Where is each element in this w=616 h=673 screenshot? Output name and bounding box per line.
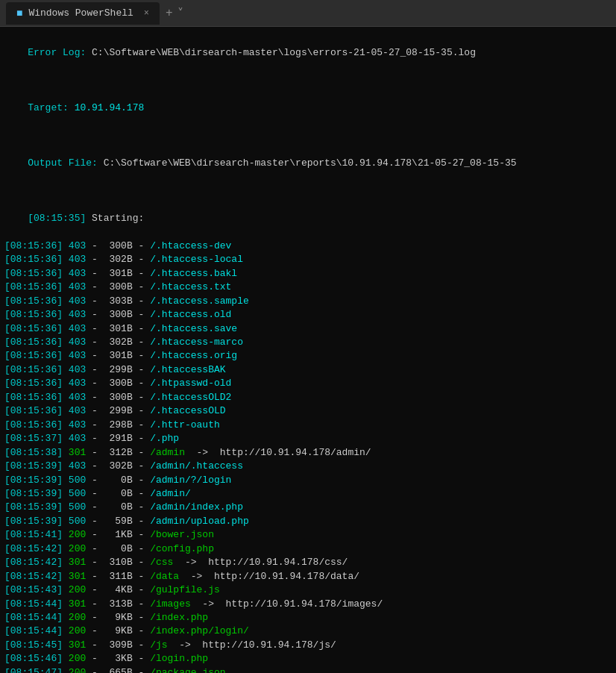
log-line: [08:15:36] 403 - 301B - /.htaccess.orig bbox=[4, 349, 612, 363]
tab-dropdown-button[interactable]: ˅ bbox=[177, 6, 183, 21]
starting-line: [08:15:35] Starting: bbox=[4, 198, 612, 239]
log-line: [08:15:39] 500 - 0B - /admin/ bbox=[4, 487, 612, 501]
log-line: [08:15:44] 200 - 9KB - /index.php bbox=[4, 611, 612, 625]
active-tab[interactable]: ■ Windows PowerShell × bbox=[6, 2, 160, 25]
log-line: [08:15:44] 301 - 313B - /images -> http:… bbox=[4, 598, 612, 611]
output-label: Output File: bbox=[28, 157, 103, 169]
log-lines-container: [08:15:36] 403 - 300B - /.htaccess-dev[0… bbox=[4, 240, 612, 673]
log-line: [08:15:36] 403 - 300B - /.htaccessOLD2 bbox=[4, 391, 612, 404]
log-line: [08:15:36] 403 - 301B - /.htaccess.save bbox=[4, 322, 612, 336]
log-line: [08:15:36] 403 - 301B - /.htaccess.bakl bbox=[4, 267, 612, 281]
error-log-label: Error Log: bbox=[28, 47, 92, 58]
output-path: C:\Software\WEB\dirsearch-master\reports… bbox=[104, 157, 517, 169]
log-line: [08:15:36] 403 - 299B - /.htaccessOLD bbox=[4, 404, 612, 418]
starting-timestamp: [08:15:35] bbox=[28, 213, 86, 224]
log-line: [08:15:39] 403 - 302B - /admin/.htaccess bbox=[4, 460, 612, 473]
log-line: [08:15:39] 500 - 0B - /admin/index.php bbox=[4, 501, 612, 514]
blank-line-2 bbox=[4, 129, 612, 143]
output-line: Output File: C:\Software\WEB\dirsearch-m… bbox=[4, 143, 612, 184]
log-line: [08:15:36] 403 - 303B - /.htaccess.sampl… bbox=[4, 295, 612, 308]
tab-controls: + ˅ bbox=[166, 6, 183, 21]
log-line: [08:15:36] 403 - 302B - /.htaccess-local bbox=[4, 253, 612, 266]
log-line: [08:15:36] 403 - 298B - /.httr-oauth bbox=[4, 419, 612, 432]
target-ip: 10.91.94.178 bbox=[75, 102, 145, 113]
close-tab-button[interactable]: × bbox=[144, 8, 149, 19]
starting-text: Starting: bbox=[86, 213, 144, 224]
log-line: [08:15:36] 403 - 300B - /.htaccess.txt bbox=[4, 281, 612, 294]
target-line: Target: 10.91.94.178 bbox=[4, 88, 612, 129]
log-line: [08:15:36] 403 - 300B - /.htaccess.old bbox=[4, 308, 612, 322]
log-line: [08:15:46] 200 - 3KB - /login.php bbox=[4, 652, 612, 666]
target-label: Target: bbox=[28, 102, 74, 113]
blank-line-1 bbox=[4, 74, 612, 87]
log-line: [08:15:37] 403 - 291B - /.php bbox=[4, 432, 612, 445]
log-line: [08:15:42] 301 - 310B - /css -> http://1… bbox=[4, 556, 612, 569]
log-line: [08:15:36] 403 - 300B - /.htaccess-dev bbox=[4, 240, 612, 253]
new-tab-button[interactable]: + bbox=[166, 7, 173, 20]
log-line: [08:15:36] 403 - 299B - /.htaccessBAK bbox=[4, 363, 612, 377]
log-line: [08:15:38] 301 - 312B - /admin -> http:/… bbox=[4, 446, 612, 460]
log-line: [08:15:42] 200 - 0B - /config.php bbox=[4, 542, 612, 556]
tab-label: Windows PowerShell bbox=[28, 7, 133, 19]
log-line: [08:15:36] 403 - 300B - /.htpasswd-old bbox=[4, 377, 612, 390]
error-log-path: C:\Software\WEB\dirsearch-master\logs\er… bbox=[92, 47, 476, 58]
log-line: [08:15:44] 200 - 9KB - /index.php/login/ bbox=[4, 625, 612, 638]
titlebar: ■ Windows PowerShell × + ˅ bbox=[0, 0, 616, 27]
log-line: [08:15:45] 301 - 309B - /js -> http://10… bbox=[4, 639, 612, 652]
error-log-line: Error Log: C:\Software\WEB\dirsearch-mas… bbox=[4, 33, 612, 74]
blank-line-3 bbox=[4, 184, 612, 198]
log-line: [08:15:39] 500 - 59B - /admin/upload.php bbox=[4, 515, 612, 528]
powershell-icon: ■ bbox=[16, 7, 22, 19]
log-line: [08:15:47] 200 - 665B - /package.json bbox=[4, 666, 612, 673]
log-line: [08:15:42] 301 - 311B - /data -> http://… bbox=[4, 570, 612, 583]
log-line: [08:15:39] 500 - 0B - /admin/?/login bbox=[4, 474, 612, 487]
terminal-window: Error Log: C:\Software\WEB\dirsearch-mas… bbox=[0, 27, 616, 673]
log-line: [08:15:43] 200 - 4KB - /gulpfile.js bbox=[4, 583, 612, 597]
log-line: [08:15:36] 403 - 302B - /.htaccess-marco bbox=[4, 336, 612, 349]
log-line: [08:15:41] 200 - 1KB - /bower.json bbox=[4, 528, 612, 542]
